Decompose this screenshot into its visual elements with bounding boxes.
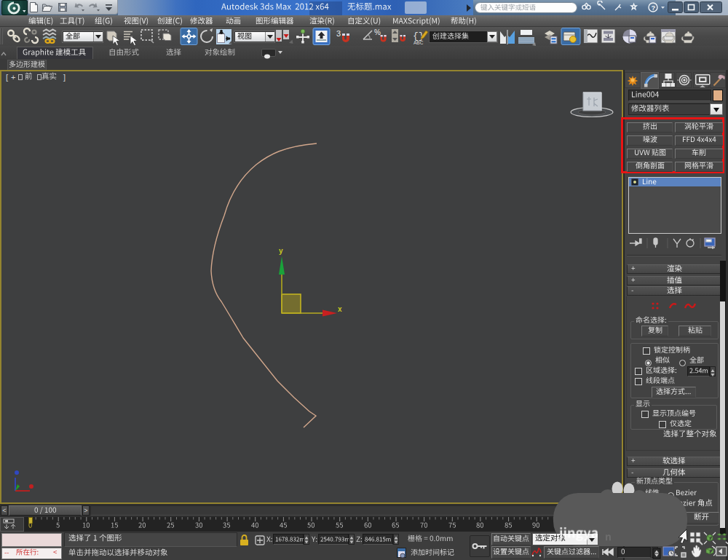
svg-text:x: x: [338, 305, 342, 313]
svg-text:3: 3: [336, 29, 341, 38]
svg-text:%: %: [374, 28, 381, 36]
svg-text:y: y: [279, 247, 283, 255]
svg-text:ABC: ABC: [414, 40, 424, 45]
